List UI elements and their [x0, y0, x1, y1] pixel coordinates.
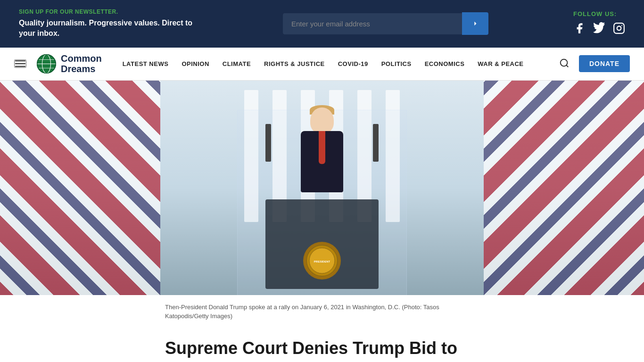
twitter-icon[interactable]	[593, 22, 605, 37]
article-title: Supreme Court Denies Trump Bid to	[165, 338, 484, 358]
figure-body	[301, 131, 343, 192]
instagram-icon[interactable]	[613, 22, 625, 37]
newsletter-tagline: SIGN UP FOR OUR NEWSLETTER.	[19, 8, 198, 15]
top-banner: SIGN UP FOR OUR NEWSLETTER. Quality jour…	[0, 0, 644, 48]
figure-person	[294, 105, 350, 199]
email-form	[283, 12, 488, 35]
svg-rect-0	[614, 23, 624, 33]
logo-common: Common	[61, 53, 102, 64]
flag-right	[484, 81, 644, 295]
email-input[interactable]	[283, 13, 462, 34]
figure-head	[310, 107, 334, 133]
hero-image: PRESIDENT	[0, 81, 644, 295]
search-icon	[559, 58, 570, 68]
presidential-seal: PRESIDENT	[305, 244, 339, 277]
flag-left	[0, 81, 160, 295]
logo-dreams: Dreams	[61, 64, 102, 74]
logo-text: Common Dreams	[61, 53, 102, 74]
svg-point-8	[561, 59, 568, 66]
arrow-right-icon	[471, 19, 480, 28]
site-logo[interactable]: Common Dreams	[36, 53, 102, 74]
social-icons	[573, 22, 625, 37]
article-area: Supreme Court Denies Trump Bid to	[0, 329, 644, 362]
nav-item-latest-news[interactable]: LATEST NEWS	[116, 60, 175, 67]
caption-area: Then-President Donald Trump spoke at a r…	[0, 295, 644, 329]
microphone-right	[373, 124, 379, 162]
svg-text:PRESIDENT: PRESIDENT	[314, 260, 330, 263]
image-caption: Then-President Donald Trump spoke at a r…	[165, 303, 484, 321]
podium-seal: PRESIDENT	[303, 242, 341, 280]
svg-line-9	[566, 65, 568, 67]
email-submit-button[interactable]	[462, 12, 488, 35]
center-figure: PRESIDENT	[185, 86, 459, 289]
nav-item-politics[interactable]: POLITICS	[375, 60, 418, 67]
newsletter-desc: Quality journalism. Progressive values. …	[19, 18, 198, 39]
nav-item-covid19[interactable]: COVID-19	[331, 60, 375, 67]
nav-links: LATEST NEWS OPINION CLIMATE RIGHTS & JUS…	[116, 60, 557, 67]
figure-tie	[319, 131, 325, 164]
hamburger-menu[interactable]	[14, 59, 26, 68]
nav-bar: Common Dreams LATEST NEWS OPINION CLIMAT…	[0, 48, 644, 81]
newsletter-section: SIGN UP FOR OUR NEWSLETTER. Quality jour…	[19, 8, 198, 39]
nav-right: DONATE	[557, 55, 630, 72]
nav-item-war-peace[interactable]: WAR & PEACE	[471, 60, 530, 67]
search-button[interactable]	[557, 56, 571, 72]
nav-item-rights-justice[interactable]: RIGHTS & JUSTICE	[257, 60, 331, 67]
nav-item-climate[interactable]: CLIMATE	[216, 60, 257, 67]
logo-globe-icon	[36, 53, 57, 74]
follow-label: FOLLOW US:	[573, 10, 617, 17]
follow-section: FOLLOW US:	[573, 10, 625, 37]
podium: PRESIDENT	[265, 199, 379, 289]
donate-button[interactable]: DONATE	[579, 55, 630, 72]
facebook-icon[interactable]	[573, 22, 586, 37]
nav-item-opinion[interactable]: OPINION	[175, 60, 215, 67]
microphone-left	[265, 124, 271, 162]
nav-item-economics[interactable]: ECONOMICS	[418, 60, 471, 67]
